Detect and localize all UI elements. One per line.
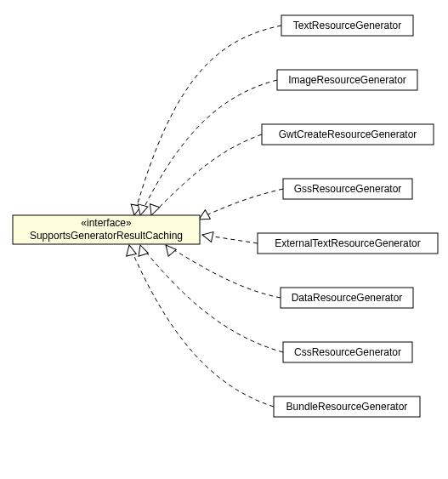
interface-stereotype: «interface» xyxy=(81,217,132,229)
class-text: TextResourceGenerator xyxy=(281,15,413,36)
realization-line xyxy=(140,80,277,215)
uml-diagram: «interface» SupportsGeneratorResultCachi… xyxy=(0,0,448,479)
class-gss: GssResourceGenerator xyxy=(283,179,412,199)
class-label: CssResourceGenerator xyxy=(294,346,401,358)
class-gwt: GwtCreateResourceGenerator xyxy=(262,124,434,145)
class-label: GwtCreateResourceGenerator xyxy=(279,128,417,140)
class-label: TextResourceGenerator xyxy=(293,20,401,31)
realization-line xyxy=(199,189,283,219)
realization-line xyxy=(140,245,283,352)
class-label: ExternalTextResourceGenerator xyxy=(275,237,420,249)
class-image: ImageResourceGenerator xyxy=(277,70,417,90)
class-css: CssResourceGenerator xyxy=(283,342,412,362)
realization-arrowhead-icon xyxy=(124,244,136,256)
realization-arrowhead-icon xyxy=(135,243,148,256)
class-data: DataResourceGenerator xyxy=(281,288,413,308)
class-bundle: BundleResourceGenerator xyxy=(274,396,420,417)
realization-line xyxy=(129,245,274,407)
class-label: GssResourceGenerator xyxy=(294,183,402,195)
interface-name: SupportsGeneratorResultCaching xyxy=(30,230,183,242)
realization-arrowhead-icon xyxy=(201,230,213,242)
class-label: ImageResourceGenerator xyxy=(288,74,406,86)
interface-box: «interface» SupportsGeneratorResultCachi… xyxy=(13,215,200,244)
realization-line xyxy=(134,26,281,215)
class-label: DataResourceGenerator xyxy=(292,292,403,304)
class-label: BundleResourceGenerator xyxy=(286,401,408,413)
class-ext: ExternalTextResourceGenerator xyxy=(258,233,438,254)
class-boxes: TextResourceGeneratorImageResourceGenera… xyxy=(258,15,438,417)
realization-line xyxy=(151,134,262,215)
